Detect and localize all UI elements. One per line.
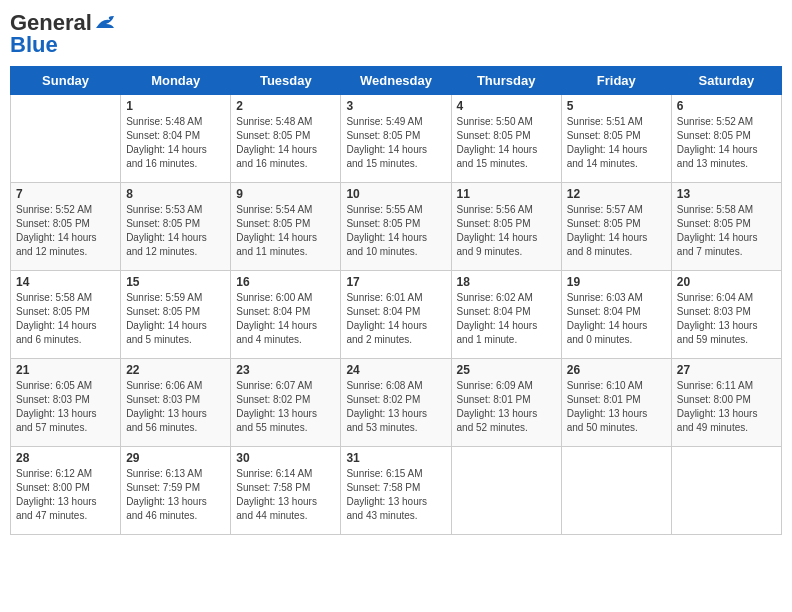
day-number: 3 — [346, 99, 445, 113]
day-info: Sunrise: 6:06 AM Sunset: 8:03 PM Dayligh… — [126, 379, 225, 435]
calendar-cell: 26Sunrise: 6:10 AM Sunset: 8:01 PM Dayli… — [561, 359, 671, 447]
day-info: Sunrise: 6:03 AM Sunset: 8:04 PM Dayligh… — [567, 291, 666, 347]
day-number: 21 — [16, 363, 115, 377]
day-info: Sunrise: 6:04 AM Sunset: 8:03 PM Dayligh… — [677, 291, 776, 347]
day-info: Sunrise: 5:54 AM Sunset: 8:05 PM Dayligh… — [236, 203, 335, 259]
day-info: Sunrise: 6:10 AM Sunset: 8:01 PM Dayligh… — [567, 379, 666, 435]
day-number: 31 — [346, 451, 445, 465]
day-number: 18 — [457, 275, 556, 289]
calendar-cell: 12Sunrise: 5:57 AM Sunset: 8:05 PM Dayli… — [561, 183, 671, 271]
day-number: 14 — [16, 275, 115, 289]
calendar-cell: 30Sunrise: 6:14 AM Sunset: 7:58 PM Dayli… — [231, 447, 341, 535]
day-number: 17 — [346, 275, 445, 289]
calendar-cell: 1Sunrise: 5:48 AM Sunset: 8:04 PM Daylig… — [121, 95, 231, 183]
day-number: 7 — [16, 187, 115, 201]
header-tuesday: Tuesday — [231, 67, 341, 95]
day-info: Sunrise: 5:57 AM Sunset: 8:05 PM Dayligh… — [567, 203, 666, 259]
calendar-cell: 10Sunrise: 5:55 AM Sunset: 8:05 PM Dayli… — [341, 183, 451, 271]
calendar-cell: 31Sunrise: 6:15 AM Sunset: 7:58 PM Dayli… — [341, 447, 451, 535]
calendar-cell — [451, 447, 561, 535]
day-info: Sunrise: 6:11 AM Sunset: 8:00 PM Dayligh… — [677, 379, 776, 435]
day-number: 19 — [567, 275, 666, 289]
day-info: Sunrise: 5:58 AM Sunset: 8:05 PM Dayligh… — [16, 291, 115, 347]
calendar-week-row: 21Sunrise: 6:05 AM Sunset: 8:03 PM Dayli… — [11, 359, 782, 447]
day-info: Sunrise: 6:09 AM Sunset: 8:01 PM Dayligh… — [457, 379, 556, 435]
header-saturday: Saturday — [671, 67, 781, 95]
day-number: 5 — [567, 99, 666, 113]
calendar-week-row: 28Sunrise: 6:12 AM Sunset: 8:00 PM Dayli… — [11, 447, 782, 535]
day-number: 13 — [677, 187, 776, 201]
day-info: Sunrise: 6:14 AM Sunset: 7:58 PM Dayligh… — [236, 467, 335, 523]
day-number: 20 — [677, 275, 776, 289]
day-number: 12 — [567, 187, 666, 201]
calendar-cell: 18Sunrise: 6:02 AM Sunset: 8:04 PM Dayli… — [451, 271, 561, 359]
day-info: Sunrise: 6:01 AM Sunset: 8:04 PM Dayligh… — [346, 291, 445, 347]
day-info: Sunrise: 5:49 AM Sunset: 8:05 PM Dayligh… — [346, 115, 445, 171]
day-info: Sunrise: 5:52 AM Sunset: 8:05 PM Dayligh… — [677, 115, 776, 171]
calendar-cell: 27Sunrise: 6:11 AM Sunset: 8:00 PM Dayli… — [671, 359, 781, 447]
calendar-cell: 7Sunrise: 5:52 AM Sunset: 8:05 PM Daylig… — [11, 183, 121, 271]
day-info: Sunrise: 6:15 AM Sunset: 7:58 PM Dayligh… — [346, 467, 445, 523]
calendar-cell — [561, 447, 671, 535]
calendar-cell: 24Sunrise: 6:08 AM Sunset: 8:02 PM Dayli… — [341, 359, 451, 447]
calendar-cell: 14Sunrise: 5:58 AM Sunset: 8:05 PM Dayli… — [11, 271, 121, 359]
calendar-cell: 15Sunrise: 5:59 AM Sunset: 8:05 PM Dayli… — [121, 271, 231, 359]
header-friday: Friday — [561, 67, 671, 95]
calendar-cell: 17Sunrise: 6:01 AM Sunset: 8:04 PM Dayli… — [341, 271, 451, 359]
calendar-cell: 13Sunrise: 5:58 AM Sunset: 8:05 PM Dayli… — [671, 183, 781, 271]
day-info: Sunrise: 6:07 AM Sunset: 8:02 PM Dayligh… — [236, 379, 335, 435]
day-number: 26 — [567, 363, 666, 377]
calendar-week-row: 7Sunrise: 5:52 AM Sunset: 8:05 PM Daylig… — [11, 183, 782, 271]
calendar-cell: 22Sunrise: 6:06 AM Sunset: 8:03 PM Dayli… — [121, 359, 231, 447]
day-info: Sunrise: 5:51 AM Sunset: 8:05 PM Dayligh… — [567, 115, 666, 171]
calendar-cell: 19Sunrise: 6:03 AM Sunset: 8:04 PM Dayli… — [561, 271, 671, 359]
day-info: Sunrise: 6:08 AM Sunset: 8:02 PM Dayligh… — [346, 379, 445, 435]
calendar-cell: 3Sunrise: 5:49 AM Sunset: 8:05 PM Daylig… — [341, 95, 451, 183]
day-number: 8 — [126, 187, 225, 201]
day-info: Sunrise: 6:02 AM Sunset: 8:04 PM Dayligh… — [457, 291, 556, 347]
day-info: Sunrise: 6:13 AM Sunset: 7:59 PM Dayligh… — [126, 467, 225, 523]
day-number: 10 — [346, 187, 445, 201]
calendar-cell: 11Sunrise: 5:56 AM Sunset: 8:05 PM Dayli… — [451, 183, 561, 271]
day-number: 23 — [236, 363, 335, 377]
calendar-cell: 4Sunrise: 5:50 AM Sunset: 8:05 PM Daylig… — [451, 95, 561, 183]
day-info: Sunrise: 6:05 AM Sunset: 8:03 PM Dayligh… — [16, 379, 115, 435]
day-number: 22 — [126, 363, 225, 377]
calendar-cell: 20Sunrise: 6:04 AM Sunset: 8:03 PM Dayli… — [671, 271, 781, 359]
calendar-cell: 5Sunrise: 5:51 AM Sunset: 8:05 PM Daylig… — [561, 95, 671, 183]
page-header: General Blue — [10, 10, 782, 58]
header-monday: Monday — [121, 67, 231, 95]
calendar-cell: 21Sunrise: 6:05 AM Sunset: 8:03 PM Dayli… — [11, 359, 121, 447]
calendar-cell: 16Sunrise: 6:00 AM Sunset: 8:04 PM Dayli… — [231, 271, 341, 359]
day-info: Sunrise: 5:55 AM Sunset: 8:05 PM Dayligh… — [346, 203, 445, 259]
day-info: Sunrise: 5:48 AM Sunset: 8:04 PM Dayligh… — [126, 115, 225, 171]
day-number: 11 — [457, 187, 556, 201]
calendar-cell: 29Sunrise: 6:13 AM Sunset: 7:59 PM Dayli… — [121, 447, 231, 535]
header-wednesday: Wednesday — [341, 67, 451, 95]
header-thursday: Thursday — [451, 67, 561, 95]
day-info: Sunrise: 6:12 AM Sunset: 8:00 PM Dayligh… — [16, 467, 115, 523]
day-number: 1 — [126, 99, 225, 113]
calendar-cell — [11, 95, 121, 183]
calendar-cell: 2Sunrise: 5:48 AM Sunset: 8:05 PM Daylig… — [231, 95, 341, 183]
logo-bird-icon — [94, 14, 116, 32]
day-number: 29 — [126, 451, 225, 465]
calendar-cell: 23Sunrise: 6:07 AM Sunset: 8:02 PM Dayli… — [231, 359, 341, 447]
calendar-cell: 28Sunrise: 6:12 AM Sunset: 8:00 PM Dayli… — [11, 447, 121, 535]
calendar-cell: 25Sunrise: 6:09 AM Sunset: 8:01 PM Dayli… — [451, 359, 561, 447]
calendar-cell: 9Sunrise: 5:54 AM Sunset: 8:05 PM Daylig… — [231, 183, 341, 271]
day-number: 6 — [677, 99, 776, 113]
calendar-cell — [671, 447, 781, 535]
day-number: 24 — [346, 363, 445, 377]
day-number: 9 — [236, 187, 335, 201]
calendar-cell: 6Sunrise: 5:52 AM Sunset: 8:05 PM Daylig… — [671, 95, 781, 183]
calendar-cell: 8Sunrise: 5:53 AM Sunset: 8:05 PM Daylig… — [121, 183, 231, 271]
day-info: Sunrise: 5:48 AM Sunset: 8:05 PM Dayligh… — [236, 115, 335, 171]
logo-blue: Blue — [10, 32, 58, 58]
day-number: 25 — [457, 363, 556, 377]
day-info: Sunrise: 5:58 AM Sunset: 8:05 PM Dayligh… — [677, 203, 776, 259]
calendar-week-row: 14Sunrise: 5:58 AM Sunset: 8:05 PM Dayli… — [11, 271, 782, 359]
day-number: 27 — [677, 363, 776, 377]
day-info: Sunrise: 5:59 AM Sunset: 8:05 PM Dayligh… — [126, 291, 225, 347]
day-number: 15 — [126, 275, 225, 289]
